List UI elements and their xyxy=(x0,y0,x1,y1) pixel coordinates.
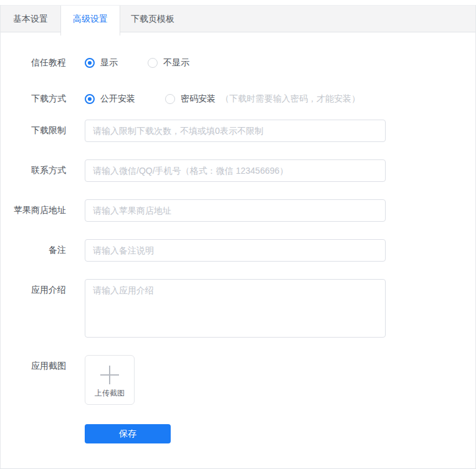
app-screenshot-label: 应用截图 xyxy=(1,355,66,372)
tab-basic-settings[interactable]: 基本设置 xyxy=(1,6,60,32)
trust-tutorial-row: 信任教程 显示 不显示 xyxy=(1,57,475,69)
remark-label: 备注 xyxy=(1,245,66,256)
upload-screenshot-text: 上传截图 xyxy=(85,388,134,399)
trust-tutorial-hide-radio[interactable]: 不显示 xyxy=(148,57,189,69)
download-limit-label: 下载限制 xyxy=(1,125,66,136)
remark-row: 备注 xyxy=(1,239,475,262)
app-screenshot-row: 应用截图 上传截图 xyxy=(1,355,475,405)
trust-tutorial-show-radio[interactable]: 显示 xyxy=(85,57,118,69)
tab-bar: 基本设置 高级设置 下载页模板 xyxy=(1,5,475,32)
download-method-password-radio[interactable]: 密码安装 xyxy=(165,93,216,105)
download-method-row: 下载方式 公开安装 密码安装 （下载时需要输入密码，才能安装） xyxy=(1,93,475,105)
radio-selected-icon xyxy=(85,58,95,68)
app-intro-label: 应用介绍 xyxy=(1,279,66,296)
plus-icon xyxy=(100,366,119,384)
radio-unselected-icon xyxy=(148,58,158,68)
download-limit-input[interactable] xyxy=(85,120,386,142)
save-row: 保存 xyxy=(85,424,475,443)
radio-selected-icon xyxy=(85,94,95,104)
contact-label: 联系方式 xyxy=(1,165,66,176)
apple-store-input[interactable] xyxy=(85,199,386,222)
download-method-note: （下载时需要输入密码，才能安装） xyxy=(221,93,360,105)
advanced-settings-form: 信任教程 显示 不显示 下载方式 公开安装 xyxy=(1,32,475,443)
download-limit-row: 下载限制 xyxy=(1,120,475,142)
download-method-password-label: 密码安装 xyxy=(181,93,216,105)
remark-input[interactable] xyxy=(85,239,386,262)
radio-unselected-icon xyxy=(165,94,175,104)
trust-tutorial-radio-group: 显示 不显示 xyxy=(85,57,189,69)
trust-tutorial-show-label: 显示 xyxy=(100,57,118,69)
apple-store-row: 苹果商店地址 xyxy=(1,199,475,222)
save-button[interactable]: 保存 xyxy=(85,424,171,443)
trust-tutorial-hide-label: 不显示 xyxy=(163,57,189,69)
app-intro-textarea[interactable] xyxy=(85,279,386,338)
app-intro-row: 应用介绍 xyxy=(1,279,475,338)
download-method-label: 下载方式 xyxy=(1,93,66,105)
contact-row: 联系方式 xyxy=(1,159,475,182)
contact-input[interactable] xyxy=(85,159,386,182)
settings-panel: 基本设置 高级设置 下载页模板 信任教程 显示 不显示 下载方式 xyxy=(0,5,476,469)
page-top-margin xyxy=(0,0,476,5)
tab-download-page-template[interactable]: 下载页模板 xyxy=(120,6,185,32)
download-method-public-label: 公开安装 xyxy=(100,93,135,105)
apple-store-label: 苹果商店地址 xyxy=(1,205,66,216)
download-method-public-radio[interactable]: 公开安装 xyxy=(85,93,135,105)
trust-tutorial-label: 信任教程 xyxy=(1,57,66,69)
upload-screenshot-button[interactable]: 上传截图 xyxy=(85,355,135,405)
tab-advanced-settings[interactable]: 高级设置 xyxy=(60,6,120,36)
download-method-radio-group: 公开安装 密码安装 （下载时需要输入密码，才能安装） xyxy=(85,93,360,105)
